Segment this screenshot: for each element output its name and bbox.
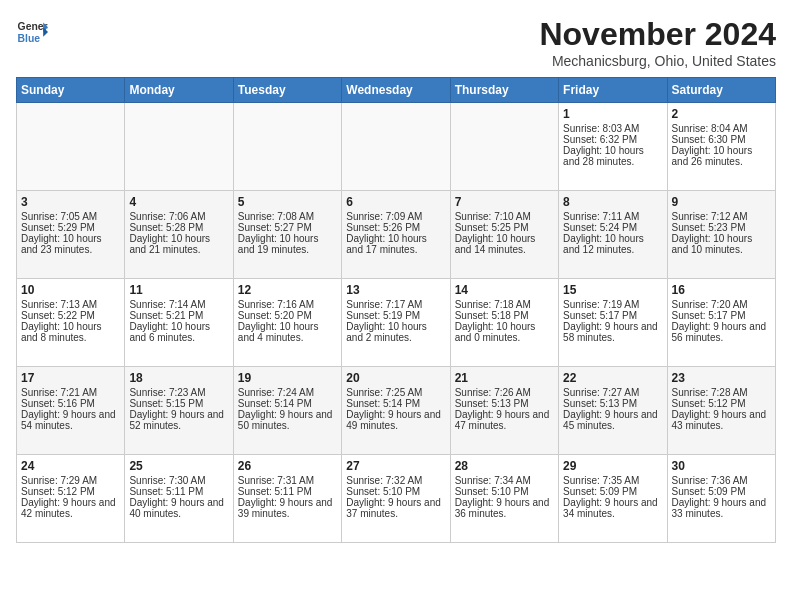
day-number: 3: [21, 195, 120, 209]
week-row-5: 24Sunrise: 7:29 AMSunset: 5:12 PMDayligh…: [17, 455, 776, 543]
calendar-cell: 3Sunrise: 7:05 AMSunset: 5:29 PMDaylight…: [17, 191, 125, 279]
sunset-text: Sunset: 5:26 PM: [346, 222, 445, 233]
sunrise-text: Sunrise: 7:09 AM: [346, 211, 445, 222]
sunset-text: Sunset: 5:13 PM: [563, 398, 662, 409]
day-number: 29: [563, 459, 662, 473]
daylight-text: Daylight: 10 hours and 17 minutes.: [346, 233, 445, 255]
day-number: 23: [672, 371, 771, 385]
day-number: 10: [21, 283, 120, 297]
calendar-cell: 26Sunrise: 7:31 AMSunset: 5:11 PMDayligh…: [233, 455, 341, 543]
sunrise-text: Sunrise: 7:31 AM: [238, 475, 337, 486]
sunset-text: Sunset: 5:23 PM: [672, 222, 771, 233]
daylight-text: Daylight: 9 hours and 45 minutes.: [563, 409, 662, 431]
day-number: 27: [346, 459, 445, 473]
calendar-cell: 21Sunrise: 7:26 AMSunset: 5:13 PMDayligh…: [450, 367, 558, 455]
calendar-cell: 27Sunrise: 7:32 AMSunset: 5:10 PMDayligh…: [342, 455, 450, 543]
sunrise-text: Sunrise: 7:05 AM: [21, 211, 120, 222]
sunrise-text: Sunrise: 7:34 AM: [455, 475, 554, 486]
daylight-text: Daylight: 10 hours and 26 minutes.: [672, 145, 771, 167]
calendar-cell: 1Sunrise: 8:03 AMSunset: 6:32 PMDaylight…: [559, 103, 667, 191]
day-number: 24: [21, 459, 120, 473]
week-row-3: 10Sunrise: 7:13 AMSunset: 5:22 PMDayligh…: [17, 279, 776, 367]
daylight-text: Daylight: 10 hours and 10 minutes.: [672, 233, 771, 255]
sunset-text: Sunset: 5:29 PM: [21, 222, 120, 233]
sunrise-text: Sunrise: 7:27 AM: [563, 387, 662, 398]
calendar-cell: 15Sunrise: 7:19 AMSunset: 5:17 PMDayligh…: [559, 279, 667, 367]
calendar-cell: 25Sunrise: 7:30 AMSunset: 5:11 PMDayligh…: [125, 455, 233, 543]
month-title: November 2024: [539, 16, 776, 53]
sunrise-text: Sunrise: 8:04 AM: [672, 123, 771, 134]
calendar-cell: 30Sunrise: 7:36 AMSunset: 5:09 PMDayligh…: [667, 455, 775, 543]
daylight-text: Daylight: 10 hours and 28 minutes.: [563, 145, 662, 167]
daylight-text: Daylight: 9 hours and 56 minutes.: [672, 321, 771, 343]
sunset-text: Sunset: 5:24 PM: [563, 222, 662, 233]
calendar-cell: 22Sunrise: 7:27 AMSunset: 5:13 PMDayligh…: [559, 367, 667, 455]
sunrise-text: Sunrise: 7:26 AM: [455, 387, 554, 398]
day-number: 8: [563, 195, 662, 209]
sunset-text: Sunset: 5:15 PM: [129, 398, 228, 409]
sunset-text: Sunset: 5:22 PM: [21, 310, 120, 321]
logo-icon: General Blue: [16, 16, 48, 48]
sunset-text: Sunset: 5:10 PM: [346, 486, 445, 497]
day-number: 18: [129, 371, 228, 385]
sunset-text: Sunset: 5:18 PM: [455, 310, 554, 321]
day-number: 7: [455, 195, 554, 209]
sunrise-text: Sunrise: 7:17 AM: [346, 299, 445, 310]
calendar-cell: 17Sunrise: 7:21 AMSunset: 5:16 PMDayligh…: [17, 367, 125, 455]
sunrise-text: Sunrise: 7:11 AM: [563, 211, 662, 222]
daylight-text: Daylight: 9 hours and 33 minutes.: [672, 497, 771, 519]
sunrise-text: Sunrise: 7:10 AM: [455, 211, 554, 222]
daylight-text: Daylight: 10 hours and 23 minutes.: [21, 233, 120, 255]
calendar-cell: 29Sunrise: 7:35 AMSunset: 5:09 PMDayligh…: [559, 455, 667, 543]
day-number: 22: [563, 371, 662, 385]
calendar-cell: [342, 103, 450, 191]
calendar-cell: [233, 103, 341, 191]
weekday-header-friday: Friday: [559, 78, 667, 103]
calendar-cell: 5Sunrise: 7:08 AMSunset: 5:27 PMDaylight…: [233, 191, 341, 279]
sunrise-text: Sunrise: 7:24 AM: [238, 387, 337, 398]
sunset-text: Sunset: 5:25 PM: [455, 222, 554, 233]
day-number: 13: [346, 283, 445, 297]
calendar-cell: 8Sunrise: 7:11 AMSunset: 5:24 PMDaylight…: [559, 191, 667, 279]
week-row-2: 3Sunrise: 7:05 AMSunset: 5:29 PMDaylight…: [17, 191, 776, 279]
day-number: 12: [238, 283, 337, 297]
calendar: SundayMondayTuesdayWednesdayThursdayFrid…: [16, 77, 776, 543]
calendar-cell: 19Sunrise: 7:24 AMSunset: 5:14 PMDayligh…: [233, 367, 341, 455]
calendar-cell: 6Sunrise: 7:09 AMSunset: 5:26 PMDaylight…: [342, 191, 450, 279]
weekday-header-thursday: Thursday: [450, 78, 558, 103]
sunset-text: Sunset: 5:17 PM: [563, 310, 662, 321]
sunrise-text: Sunrise: 7:18 AM: [455, 299, 554, 310]
daylight-text: Daylight: 10 hours and 0 minutes.: [455, 321, 554, 343]
daylight-text: Daylight: 9 hours and 52 minutes.: [129, 409, 228, 431]
day-number: 6: [346, 195, 445, 209]
sunset-text: Sunset: 5:16 PM: [21, 398, 120, 409]
daylight-text: Daylight: 9 hours and 50 minutes.: [238, 409, 337, 431]
weekday-header-sunday: Sunday: [17, 78, 125, 103]
sunset-text: Sunset: 5:27 PM: [238, 222, 337, 233]
sunset-text: Sunset: 5:21 PM: [129, 310, 228, 321]
header-section: General Blue November 2024 Mechanicsburg…: [16, 16, 776, 69]
calendar-cell: 12Sunrise: 7:16 AMSunset: 5:20 PMDayligh…: [233, 279, 341, 367]
sunrise-text: Sunrise: 7:30 AM: [129, 475, 228, 486]
title-block: November 2024 Mechanicsburg, Ohio, Unite…: [539, 16, 776, 69]
day-number: 17: [21, 371, 120, 385]
daylight-text: Daylight: 9 hours and 39 minutes.: [238, 497, 337, 519]
location: Mechanicsburg, Ohio, United States: [539, 53, 776, 69]
day-number: 2: [672, 107, 771, 121]
daylight-text: Daylight: 9 hours and 42 minutes.: [21, 497, 120, 519]
day-number: 5: [238, 195, 337, 209]
sunrise-text: Sunrise: 7:14 AM: [129, 299, 228, 310]
sunset-text: Sunset: 5:14 PM: [346, 398, 445, 409]
day-number: 26: [238, 459, 337, 473]
day-number: 1: [563, 107, 662, 121]
day-number: 25: [129, 459, 228, 473]
svg-text:Blue: Blue: [18, 33, 41, 44]
sunset-text: Sunset: 5:11 PM: [129, 486, 228, 497]
daylight-text: Daylight: 9 hours and 43 minutes.: [672, 409, 771, 431]
day-number: 30: [672, 459, 771, 473]
day-number: 11: [129, 283, 228, 297]
sunrise-text: Sunrise: 7:23 AM: [129, 387, 228, 398]
sunrise-text: Sunrise: 7:32 AM: [346, 475, 445, 486]
calendar-cell: 13Sunrise: 7:17 AMSunset: 5:19 PMDayligh…: [342, 279, 450, 367]
day-number: 4: [129, 195, 228, 209]
